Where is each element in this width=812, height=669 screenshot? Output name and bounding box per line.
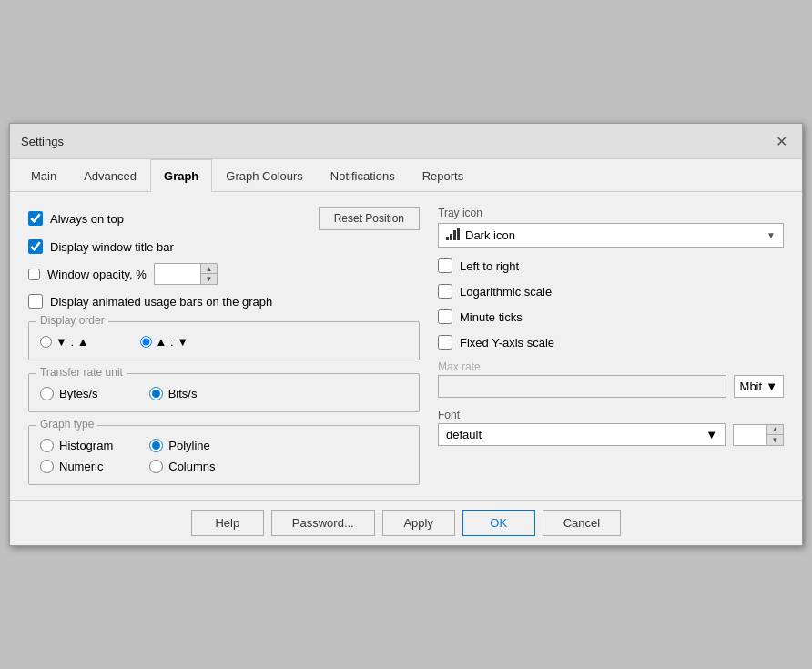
- font-size-up-button[interactable]: ▲: [766, 425, 783, 435]
- display-order-legend: Display order: [36, 314, 108, 327]
- tray-icon-dropdown[interactable]: Dark icon ▼: [438, 223, 784, 248]
- opacity-up-button[interactable]: ▲: [200, 264, 217, 274]
- polyline-label: Polyline: [168, 439, 210, 452]
- tab-bar: Main Advanced Graph Graph Colours Notifi…: [10, 159, 802, 192]
- tab-advanced[interactable]: Advanced: [70, 159, 150, 192]
- order2-label: ▲ : ▼: [156, 335, 189, 349]
- left-to-right-label: Left to right: [460, 259, 519, 273]
- max-rate-row: 0 Mbit ▼: [438, 375, 784, 398]
- bits-radio[interactable]: [149, 387, 163, 400]
- max-rate-input[interactable]: 0: [438, 375, 726, 398]
- content-area: Always on top Reset Position Display win…: [10, 192, 802, 500]
- minute-ticks-label: Minute ticks: [460, 310, 523, 324]
- tab-notifications[interactable]: Notifications: [317, 159, 409, 192]
- graph-type-legend: Graph type: [36, 418, 97, 431]
- window-opacity-label: Window opacity, %: [47, 268, 147, 281]
- logarithmic-row: Logarithmic scale: [438, 284, 784, 299]
- footer: Help Password... Apply OK Cancel: [10, 500, 802, 545]
- graph-type-left-col: Histogram Numeric: [40, 439, 113, 473]
- order2-radio[interactable]: [140, 336, 152, 348]
- right-panel: Tray icon Dark icon ▼: [438, 207, 784, 485]
- bytes-option: Bytes/s: [40, 387, 98, 400]
- columns-label: Columns: [168, 460, 215, 473]
- font-size-down-button[interactable]: ▼: [766, 435, 783, 445]
- font-size-buttons: ▲ ▼: [766, 425, 783, 445]
- columns-radio[interactable]: [149, 460, 163, 473]
- tray-icon-section: Tray icon Dark icon ▼: [438, 207, 784, 248]
- tab-main[interactable]: Main: [17, 159, 70, 192]
- bytes-radio[interactable]: [40, 387, 54, 400]
- apply-button[interactable]: Apply: [382, 510, 455, 536]
- polyline-option: Polyline: [149, 439, 215, 452]
- font-size-input[interactable]: 0: [734, 426, 766, 443]
- reset-position-button[interactable]: Reset Position: [319, 207, 420, 230]
- logarithmic-checkbox[interactable]: [438, 284, 452, 299]
- tray-icon-label: Tray icon: [438, 207, 784, 219]
- dropdown-arrow-icon: ▼: [766, 230, 776, 240]
- mbit-label: Mbit: [740, 380, 763, 393]
- opacity-spinner-buttons: ▲ ▼: [200, 264, 217, 284]
- cancel-button[interactable]: Cancel: [543, 510, 621, 536]
- left-panel: Always on top Reset Position Display win…: [28, 207, 420, 485]
- polyline-radio[interactable]: [149, 439, 163, 452]
- order1-radio[interactable]: [40, 336, 52, 348]
- always-on-top-checkbox[interactable]: [28, 211, 43, 226]
- font-section: Font default ▼ 0 ▲ ▼: [438, 409, 784, 446]
- graph-type-right-col: Polyline Columns: [149, 439, 215, 473]
- numeric-label: Numeric: [59, 460, 103, 473]
- always-on-top-label: Always on top: [50, 212, 124, 226]
- close-button[interactable]: ✕: [771, 131, 791, 151]
- font-dropdown[interactable]: default ▼: [438, 423, 726, 446]
- graph-type-fieldset: Graph type Histogram Numeric: [28, 425, 420, 485]
- window-title: Settings: [21, 135, 64, 148]
- top-row: Always on top Reset Position: [28, 207, 420, 230]
- always-on-top-row: Always on top: [28, 211, 124, 226]
- order-option-2: ▲ : ▼: [140, 335, 189, 349]
- display-title-bar-label: Display window title bar: [50, 240, 174, 254]
- transfer-rate-group: Bytes/s Bits/s: [40, 387, 408, 400]
- opacity-down-button[interactable]: ▼: [200, 274, 217, 284]
- mbit-arrow-icon: ▼: [766, 380, 777, 393]
- opacity-spinner: 50 ▲ ▼: [154, 263, 218, 285]
- max-rate-section: Max rate 0 Mbit ▼: [438, 360, 784, 398]
- left-to-right-checkbox[interactable]: [438, 258, 452, 273]
- animated-bars-row: Display animated usage bars on the graph: [28, 294, 420, 309]
- numeric-radio[interactable]: [40, 460, 54, 473]
- columns-option: Columns: [149, 460, 215, 473]
- password-button[interactable]: Password...: [271, 510, 375, 536]
- dark-icon-label: Dark icon: [465, 228, 515, 242]
- tab-reports[interactable]: Reports: [409, 159, 478, 192]
- fixed-y-axis-checkbox[interactable]: [438, 335, 452, 350]
- transfer-rate-fieldset: Transfer rate unit Bytes/s Bits/s: [28, 373, 420, 412]
- settings-window: Settings ✕ Main Advanced Graph Graph Col…: [9, 123, 803, 546]
- histogram-option: Histogram: [40, 439, 113, 452]
- tab-graph-colours[interactable]: Graph Colours: [212, 159, 317, 192]
- mbit-dropdown[interactable]: Mbit ▼: [734, 375, 784, 398]
- fixed-y-axis-label: Fixed Y-axis scale: [460, 336, 554, 350]
- font-dropdown-arrow-icon: ▼: [705, 428, 717, 441]
- window-opacity-checkbox[interactable]: [28, 269, 40, 280]
- display-title-bar-row: Display window title bar: [28, 239, 420, 254]
- opacity-row: Window opacity, % 50 ▲ ▼: [28, 263, 420, 285]
- display-order-group: ▼ : ▲ ▲ : ▼: [40, 335, 408, 349]
- histogram-label: Histogram: [59, 439, 113, 452]
- help-button[interactable]: Help: [191, 510, 264, 536]
- histogram-radio[interactable]: [40, 439, 54, 452]
- bar-chart-icon: [446, 228, 460, 243]
- max-rate-label: Max rate: [438, 360, 784, 373]
- dropdown-content: Dark icon: [446, 228, 515, 243]
- animated-bars-label: Display animated usage bars on the graph: [50, 295, 272, 309]
- tab-graph[interactable]: Graph: [150, 159, 212, 192]
- animated-bars-checkbox[interactable]: [28, 294, 43, 309]
- bits-label: Bits/s: [168, 387, 198, 400]
- ok-button[interactable]: OK: [462, 510, 535, 536]
- minute-ticks-checkbox[interactable]: [438, 309, 452, 324]
- font-size-spinner: 0 ▲ ▼: [733, 424, 784, 446]
- graph-type-col1: Histogram Numeric Polyline: [40, 439, 408, 473]
- fixed-y-axis-row: Fixed Y-axis scale: [438, 335, 784, 350]
- display-title-bar-checkbox[interactable]: [28, 239, 43, 254]
- minute-ticks-row: Minute ticks: [438, 309, 784, 324]
- opacity-value-input[interactable]: 50: [155, 266, 200, 283]
- bytes-label: Bytes/s: [59, 387, 98, 400]
- title-bar: Settings ✕: [10, 124, 802, 159]
